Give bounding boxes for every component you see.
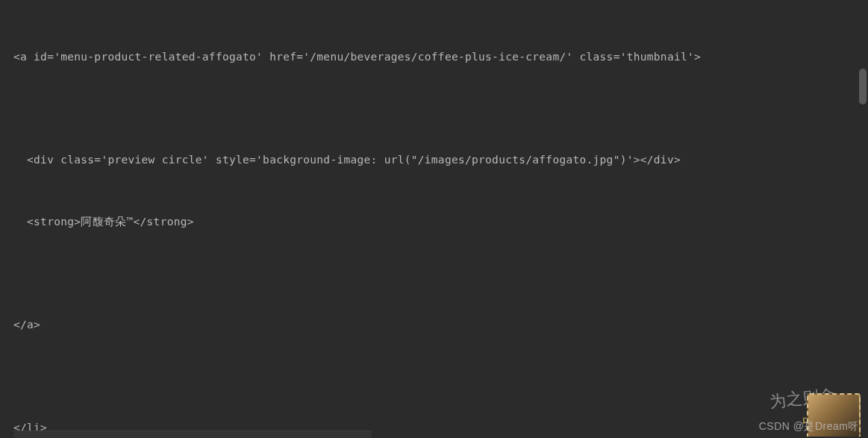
scrollbar-thumb[interactable] — [859, 69, 867, 104]
code-line: </a> — [13, 315, 868, 336]
code-line: <a id='menu-product-related-affogato' hr… — [13, 47, 868, 68]
code-line: <strong>阿馥奇朵™</strong> — [13, 212, 868, 233]
code-line: <div class='preview circle' style='backg… — [13, 150, 868, 171]
code-block: <a id='menu-product-related-affogato' hr… — [0, 0, 868, 438]
scrollbar-track[interactable] — [858, 0, 868, 438]
bottom-bar — [13, 431, 372, 438]
